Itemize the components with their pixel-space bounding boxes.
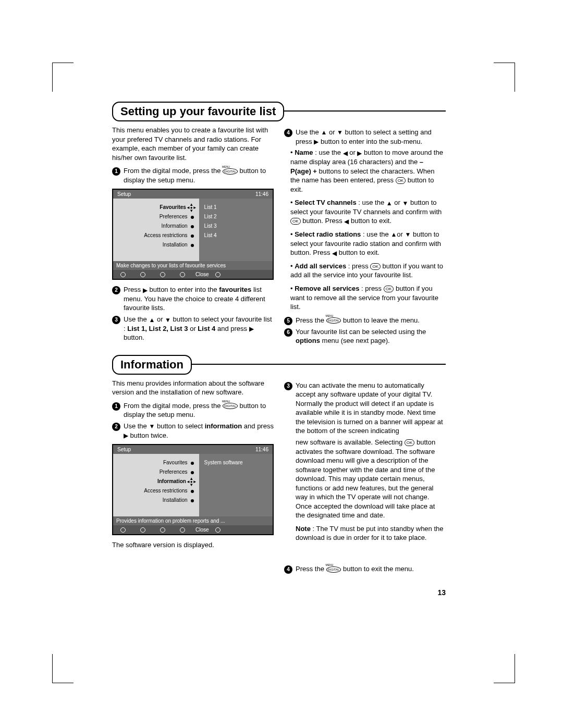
bullet-name: Name : use the ◀ or ▶ button to move aro… (290, 148, 446, 194)
tv-footer: Close (113, 525, 273, 534)
up-arrow-icon: ▲ (321, 128, 327, 137)
step-num-icon: 1 (112, 167, 120, 176)
down-arrow-icon: ▼ (337, 128, 343, 137)
section-title: Information (112, 355, 192, 375)
submenu-item: System software (204, 458, 273, 467)
caption: The software version is displayed. (112, 540, 274, 550)
manual-page: Setting up your favourite list This menu… (0, 0, 563, 728)
menu-item: Information (162, 223, 188, 229)
step-2: 2 Press ▶ button to enter into the favou… (112, 285, 274, 313)
digital-menu-icon: DIGITAL (326, 566, 341, 573)
down-arrow-icon: ▼ (405, 230, 411, 239)
menu-item: Information (157, 478, 186, 484)
nav-arrows-icon: ▲◄●►▼ (186, 203, 197, 213)
tv-setup-favourites: Setup11:46 Favourites▲◄●►▼ Preferences I… (112, 189, 274, 280)
menu-item: Favourites (163, 460, 188, 465)
step-num-icon: 4 (284, 565, 292, 574)
menu-item: Installation (163, 242, 188, 248)
digital-menu-icon: DIGITAL (223, 403, 238, 409)
down-arrow-icon: ▼ (402, 199, 408, 207)
menu-item: Access restrictions (144, 488, 187, 493)
crop-mark (52, 63, 74, 92)
menu-item: Preferences (160, 214, 188, 219)
up-arrow-icon: ▲ (390, 230, 397, 239)
ok-icon: OK (370, 263, 381, 270)
submenu-item: List 3 (204, 221, 273, 231)
menu-item: Installation (163, 497, 188, 503)
step-4: 4 Press the DIGITAL button to exit the m… (284, 564, 446, 574)
digital-menu-icon: DIGITAL (223, 168, 238, 175)
digital-menu-icon: DIGITAL (326, 317, 341, 324)
right-arrow-icon: ▶ (249, 325, 254, 333)
step-4: 4 Use the ▲ or ▼ button to select a sett… (284, 128, 446, 146)
submenu-item: List 1 (204, 203, 273, 212)
tv-title: Setup (117, 191, 131, 197)
tv-hint: Make changes to your lists of favourite … (113, 261, 273, 270)
crop-mark (52, 654, 74, 683)
step-num-icon: 1 (112, 402, 120, 411)
step-num-icon: 2 (112, 286, 120, 294)
step-5: 5 Press the DIGITAL button to leave the … (284, 316, 446, 325)
up-arrow-icon: ▲ (386, 199, 393, 207)
left-arrow-icon: ◀ (332, 249, 337, 257)
menu-item: Preferences (160, 469, 188, 475)
step-num-icon: 2 (112, 423, 120, 431)
right-arrow-icon: ▶ (124, 431, 128, 440)
menu-item: Access restrictions (144, 232, 187, 238)
note: Note : The TV must be put into standby w… (296, 524, 446, 542)
nav-arrows-icon: ▲◄●►▼ (186, 477, 197, 487)
submenu-item: List 2 (204, 212, 273, 221)
ok-icon: OK (384, 286, 394, 292)
step-1: 1 From the digital mode, press the DIGIT… (112, 401, 274, 419)
bullet-tv-channels: Select TV channels : use the ▲ or ▼ butt… (290, 198, 446, 226)
page-number: 13 (437, 588, 446, 597)
step-1: 1 From the digital mode, press the DIGIT… (112, 166, 274, 184)
section-title: Setting up your favourite list (112, 102, 284, 121)
step-num-icon: 3 (284, 382, 292, 390)
crop-mark (494, 654, 515, 683)
intro-text: This menu enables you to create a favour… (112, 126, 274, 162)
intro-text: This menu provides information about the… (112, 379, 274, 397)
bullet-radio: Select radio stations : use the ▲or ▼ bu… (290, 230, 446, 257)
tv-time: 11:46 (255, 447, 268, 452)
ok-icon: OK (396, 177, 406, 184)
step-3: 3 You can activate the menu to automatic… (284, 381, 446, 436)
ok-icon: OK (290, 218, 301, 225)
tv-setup-information: Setup11:46 Favourites Preferences Inform… (112, 444, 274, 535)
step-num-icon: 4 (284, 129, 292, 137)
menu-item: Favourites (160, 204, 186, 210)
bullet-remove-all: Remove all services : press OK button if… (290, 284, 446, 312)
tv-title: Setup (117, 447, 131, 452)
up-arrow-icon: ▲ (149, 316, 155, 324)
ok-icon: OK (405, 439, 415, 446)
step-3: 3 Use the ▲ or ▼ button to select your f… (112, 315, 274, 342)
crop-mark (494, 63, 515, 92)
step-3-cont: new software is available. Selecting OK … (296, 438, 446, 520)
bullet-add-all: Add all services : press OK button if yo… (290, 262, 446, 280)
left-arrow-icon: ◀ (343, 149, 348, 157)
tv-time: 11:46 (255, 191, 268, 197)
tv-hint: Provides information on problem reports … (113, 516, 273, 525)
right-arrow-icon: ▶ (143, 286, 148, 294)
tv-footer: Close (113, 270, 273, 279)
step-num-icon: 6 (284, 328, 292, 337)
down-arrow-icon: ▼ (149, 422, 155, 430)
step-num-icon: 5 (284, 317, 292, 325)
down-arrow-icon: ▼ (165, 316, 171, 324)
step-num-icon: 3 (112, 316, 120, 324)
submenu-item: List 4 (204, 231, 273, 240)
step-2: 2 Use the ▼ button to select information… (112, 422, 274, 440)
step-6: 6 Your favourite list can be selected us… (284, 327, 446, 346)
